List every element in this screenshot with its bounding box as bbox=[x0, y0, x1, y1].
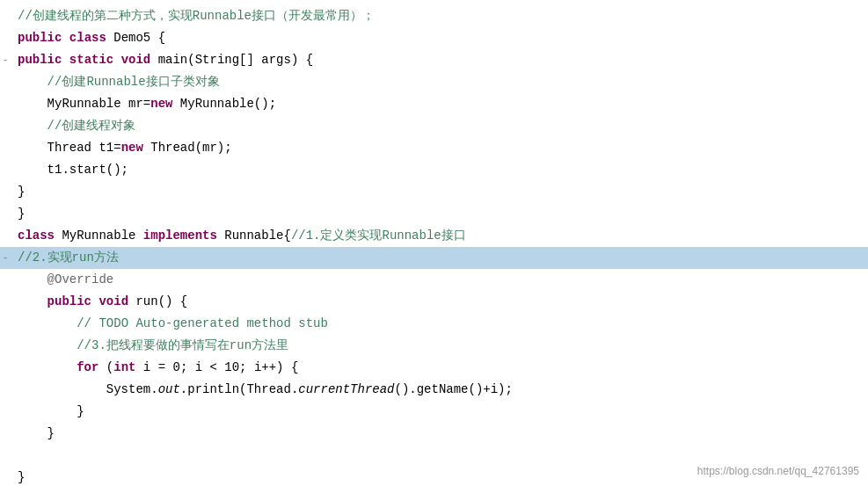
line-text: //创建线程的第二种方式，实现Runnable接口（开发最常用）； bbox=[11, 6, 375, 25]
code-line: } bbox=[0, 203, 868, 225]
fold-indicator bbox=[0, 359, 11, 378]
line-text: class MyRunnable implements Runnable{//1… bbox=[11, 226, 466, 245]
code-line: // TODO Auto-generated method stub bbox=[0, 313, 868, 335]
line-text: @Override bbox=[11, 270, 113, 289]
code-line: Thread t1=new Thread(mr); bbox=[0, 137, 868, 159]
code-line: public class Demo5 { bbox=[0, 27, 868, 49]
line-text: System.out.println(Thread.currentThread(… bbox=[11, 380, 513, 399]
fold-indicator bbox=[0, 73, 11, 92]
fold-indicator bbox=[0, 29, 11, 48]
line-text: } bbox=[11, 402, 84, 421]
code-line: } bbox=[0, 423, 868, 445]
code-editor: //创建线程的第二种方式，实现Runnable接口（开发最常用）； public… bbox=[0, 0, 868, 486]
code-line: for (int i = 0; i < 10; i++) { bbox=[0, 357, 868, 379]
line-text: } bbox=[11, 468, 25, 486]
line-text: //创建线程对象 bbox=[11, 116, 135, 135]
line-text: for (int i = 0; i < 10; i++) { bbox=[11, 358, 298, 377]
line-text: } bbox=[11, 424, 55, 443]
code-line: -public static void main(String[] args) … bbox=[0, 49, 868, 71]
line-text: //3.把线程要做的事情写在run方法里 bbox=[11, 336, 288, 355]
line-text: Thread t1=new Thread(mr); bbox=[11, 138, 232, 157]
line-text: t1.start(); bbox=[11, 160, 128, 179]
code-line bbox=[0, 445, 868, 467]
fold-indicator: - bbox=[0, 51, 11, 70]
fold-indicator bbox=[0, 95, 11, 114]
code-lines: //创建线程的第二种方式，实现Runnable接口（开发最常用）； public… bbox=[0, 5, 868, 486]
code-line: t1.start(); bbox=[0, 159, 868, 181]
line-text: //2.实现run方法 bbox=[11, 248, 119, 267]
code-line: MyRunnable mr=new MyRunnable(); bbox=[0, 93, 868, 115]
fold-indicator bbox=[0, 117, 11, 136]
line-text: MyRunnable mr=new MyRunnable(); bbox=[11, 94, 276, 113]
fold-indicator bbox=[0, 468, 11, 486]
code-line: class MyRunnable implements Runnable{//1… bbox=[0, 225, 868, 247]
code-line: } bbox=[0, 181, 868, 203]
code-line: -//2.实现run方法 bbox=[0, 247, 868, 269]
fold-indicator bbox=[0, 271, 11, 290]
fold-indicator bbox=[0, 7, 11, 26]
fold-indicator bbox=[0, 424, 11, 444]
line-text: } bbox=[11, 182, 25, 201]
fold-indicator bbox=[0, 403, 11, 422]
code-line: } bbox=[0, 401, 868, 423]
code-line: public void run() { bbox=[0, 291, 868, 313]
fold-indicator bbox=[0, 205, 11, 224]
fold-indicator bbox=[0, 139, 11, 158]
watermark: https://blog.csdn.net/qq_42761395 bbox=[697, 465, 859, 477]
code-line: //创建线程的第二种方式，实现Runnable接口（开发最常用）； bbox=[0, 5, 868, 27]
fold-indicator bbox=[0, 381, 11, 400]
code-line: //创建线程对象 bbox=[0, 115, 868, 137]
fold-indicator bbox=[0, 293, 11, 312]
code-line: //3.把线程要做的事情写在run方法里 bbox=[0, 335, 868, 357]
line-text: public static void main(String[] args) { bbox=[11, 50, 313, 69]
code-line: @Override bbox=[0, 269, 868, 291]
code-line: System.out.println(Thread.currentThread(… bbox=[0, 379, 868, 401]
line-text: public void run() { bbox=[11, 292, 187, 311]
fold-indicator bbox=[0, 337, 11, 356]
line-text bbox=[11, 446, 25, 465]
code-line: //创建Runnable接口子类对象 bbox=[0, 71, 868, 93]
fold-indicator: - bbox=[0, 249, 11, 268]
line-text: // TODO Auto-generated method stub bbox=[11, 314, 328, 333]
line-text: public class Demo5 { bbox=[11, 28, 165, 47]
fold-indicator bbox=[0, 161, 11, 180]
fold-indicator bbox=[0, 315, 11, 334]
line-text: } bbox=[11, 204, 25, 223]
fold-indicator bbox=[0, 446, 11, 466]
line-text: //创建Runnable接口子类对象 bbox=[11, 72, 220, 91]
fold-indicator bbox=[0, 183, 11, 202]
fold-indicator bbox=[0, 227, 11, 246]
